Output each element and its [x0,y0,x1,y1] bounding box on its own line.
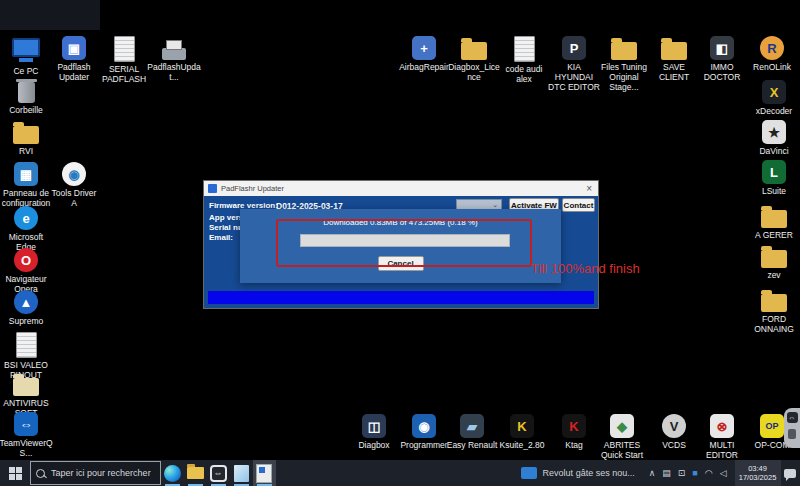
start-button[interactable] [0,460,30,486]
chevron-down-icon: ⌄ [492,201,498,209]
desktop-icon[interactable]: ⇔TeamViewerQS... [0,412,52,459]
taskbar-padflash-updater-button[interactable] [253,460,276,486]
a-gerer-icon [761,210,787,228]
desktop-icon[interactable]: ONavigateur Opera [0,248,52,295]
taskbar: Taper ici pour rechercher ⇔ Revolut gâte… [0,460,800,486]
ksuite-2-80-icon: K [510,414,534,438]
desktop-icon[interactable]: LLSuite [748,160,800,197]
desktop-icon[interactable]: ▣Padflash Updater [48,36,100,83]
serial-padflash-icon [114,36,135,62]
diagbox-licence-icon [461,42,487,60]
clock-time: 03:49 [748,464,767,473]
desktop-icon[interactable]: ◉Programmer [398,414,450,451]
tools-driver-a-icon: ◉ [62,162,86,186]
desktop-icon[interactable]: ◉Tools Driver A [48,162,100,209]
taskbar-clock[interactable]: 03:49 17/03/2025 [735,460,781,486]
desktop-icon-label: KIA HYUNDAI DTC EDITOR [548,63,600,92]
desktop-icon-label: xDecoder [756,107,792,117]
desktop-icon-label: SAVE CLIENT [648,63,700,83]
desktop-icon[interactable]: RRenOLink [746,36,798,73]
search-input[interactable]: Taper ici pour rechercher [30,461,161,485]
tray-display-icon[interactable]: ⊡ [678,468,686,478]
tray-chevron-icon[interactable]: ∧ [649,468,656,478]
tray-volume-icon[interactable]: ◁ [720,468,727,478]
desktop-icon[interactable]: KKtag [548,414,600,451]
desktop-icon[interactable]: VVCDS [648,414,700,451]
desktop-icon[interactable]: Files Tuning Original Stage... [598,36,650,92]
taskbar-edge-button[interactable] [161,460,184,486]
teamviewer-icon: ⇔ [787,412,798,423]
zev-icon [761,250,787,268]
antivirus-soft-icon [13,378,39,396]
desktop-icon[interactable]: ◆ABRITES Quick Start [596,414,648,461]
desktop-icon[interactable]: PKIA HYUNDAI DTC EDITOR [548,36,600,92]
desktop-icon-label: A GERER [755,231,793,241]
clock-date: 17/03/2025 [739,473,777,482]
system-tray: ∧ ▤ ⊡ ■ ◠ ◁ [649,468,727,478]
desktop-icon[interactable]: eMicrosoft Edge [0,206,52,253]
desktop-icon[interactable]: Ce PC [0,36,52,77]
desktop-icon-label: SERIAL PADFLASH [98,65,150,85]
desktop-icon[interactable]: ◫Diagbox [348,414,400,451]
code-audi-alex-icon [514,36,535,62]
desktop-icon[interactable]: A GERER [748,204,800,241]
desktop-icon[interactable]: KKsuite_2.80 [496,414,548,451]
teamviewer-side-tab[interactable]: ⇔ [784,408,800,448]
dialog-title: PadFlashr Updater [221,184,584,193]
desktop-icon[interactable]: XxDecoder [748,80,800,117]
desktop-icon[interactable]: ◧IMMO DOCTOR [696,36,748,83]
teamviewerqs-icon: ⇔ [14,412,38,436]
app-icon [208,184,217,193]
desktop-icon-label: AirbagRepair [399,63,449,73]
tray-network-icon[interactable]: ◠ [705,468,713,478]
desktop-icon-label: RenOLink [753,63,791,73]
multi-editor-tool-icon: ⊗ [710,414,734,438]
bsi-valeo-pinout-icon [16,332,37,358]
desktop-icon-label: DaVinci [759,147,788,157]
notes-icon [234,465,249,482]
desktop-icon[interactable]: FORD ONNAING [748,288,800,335]
padflash-updater-icon: ▣ [62,36,86,60]
windows-logo-icon [9,467,22,480]
tray-app-icon[interactable]: ■ [692,468,697,478]
desktop-icon[interactable]: code audi alex [498,36,550,85]
desktop-icon-label: Files Tuning Original Stage... [598,63,650,92]
desktop-icon[interactable]: ★DaVinci [748,120,800,157]
taskbar-teamviewer-button[interactable]: ⇔ [207,460,230,486]
desktop-icon[interactable]: ▰Easy Renault [446,414,498,451]
taskbar-explorer-button[interactable] [184,460,207,486]
contact-button[interactable]: Contact [562,198,595,212]
desktop-icon[interactable]: Corbeille [0,78,52,116]
easy-renault-icon: ▰ [460,414,484,438]
desktop-icon[interactable]: PadflashUpdat... [148,36,200,83]
taskbar-notes-button[interactable] [230,460,253,486]
close-icon[interactable]: × [584,184,594,194]
desktop-icon[interactable]: Diagbox_Licence [448,36,500,83]
desktop-icon-label: Ce PC [13,67,38,77]
xdecoder-icon: X [762,80,786,104]
action-center-button[interactable] [781,460,800,486]
news-widget[interactable]: Revolut gâte ses nou... [521,467,635,479]
desktop-icon-label: LSuite [762,187,786,197]
desktop-icon[interactable]: ▦Panneau de configuration [0,162,52,209]
immo-doctor-icon: ◧ [710,36,734,60]
edge-icon [164,465,181,482]
save-client-icon [661,42,687,60]
search-placeholder: Taper ici pour rechercher [51,468,151,478]
desktop-icon[interactable]: ▲Supremo [0,290,52,327]
dialog-titlebar[interactable]: PadFlashr Updater × [204,181,598,196]
desktop-icon-label: Tools Driver A [48,189,100,209]
desktop-icon[interactable]: SAVE CLIENT [648,36,700,83]
programmer-icon: ◉ [412,414,436,438]
desktop-icon[interactable]: SERIAL PADFLASH [98,36,150,85]
notification-icon [784,469,796,478]
files-tuning-original-stage-icon [611,42,637,60]
davinci-icon: ★ [762,120,786,144]
desktop-icon-label: zev [767,271,780,281]
tray-image-icon[interactable]: ▤ [662,468,671,478]
desktop-icon[interactable]: +AirbagRepair [398,36,450,73]
desktop-icon[interactable]: RVI [0,120,52,157]
desktop-icon-label: PadflashUpdat... [147,63,201,83]
desktop-icon[interactable]: zev [748,244,800,281]
desktop-icon-label: Programmer [400,441,447,451]
